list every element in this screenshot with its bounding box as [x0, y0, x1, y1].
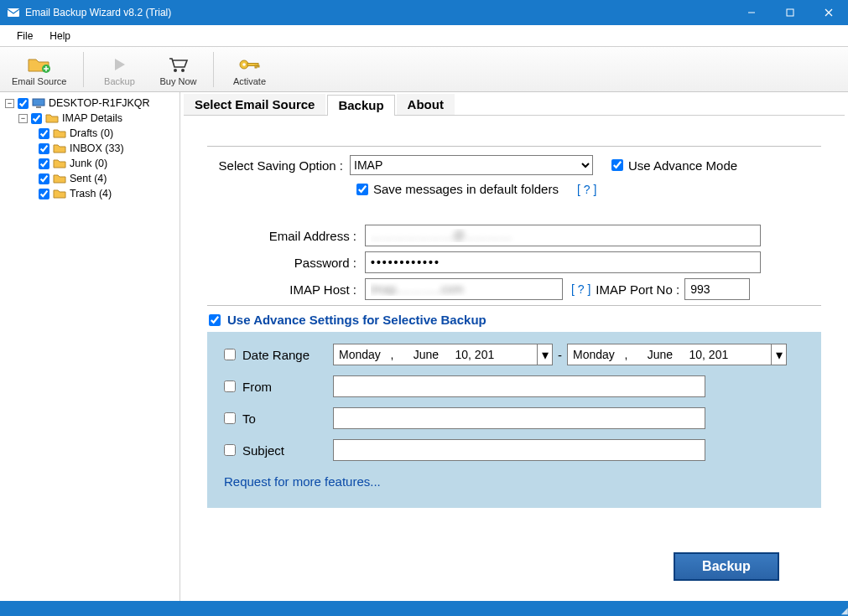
advance-settings-checkbox[interactable] — [209, 314, 221, 326]
password-label: Password : — [207, 256, 365, 270]
toolbar-email-source-label: Email Source — [12, 76, 66, 86]
folder-icon — [53, 142, 66, 154]
tab-about[interactable]: About — [397, 94, 455, 115]
tree-folder-checkbox[interactable] — [39, 143, 49, 154]
from-label: From — [242, 380, 272, 394]
svg-rect-2 — [787, 9, 793, 16]
tree-folder-checkbox[interactable] — [39, 158, 49, 169]
folder-icon — [53, 188, 66, 199]
menu-file[interactable]: File — [8, 27, 41, 45]
tree-folder-drafts[interactable]: Drafts (0) — [2, 126, 178, 141]
tree-root-label: DESKTOP-R1FJKQR — [49, 97, 150, 109]
tree-root[interactable]: − DESKTOP-R1FJKQR — [2, 96, 178, 111]
tree-folder-checkbox[interactable] — [39, 128, 49, 139]
play-icon — [110, 53, 128, 76]
advance-panel: Date Range ▾ - ▾ From — [207, 332, 821, 508]
request-features-link[interactable]: Request for more features... — [224, 474, 381, 489]
folder-icon — [53, 127, 66, 139]
cart-icon — [167, 53, 189, 76]
collapse-icon[interactable]: − — [18, 114, 28, 123]
save-default-checkbox[interactable]: Save messages in default folders — [356, 182, 559, 196]
chevron-down-icon[interactable]: ▾ — [772, 344, 787, 365]
tree-folder-junk[interactable]: Junk (0) — [2, 156, 178, 171]
subject-input[interactable] — [333, 439, 705, 461]
tree-root-checkbox[interactable] — [18, 98, 29, 109]
tree-folder-label: Junk (0) — [70, 158, 107, 169]
tree-folder-checkbox[interactable] — [39, 173, 49, 184]
tree-folder-label: Drafts (0) — [70, 127, 113, 139]
svg-rect-15 — [33, 99, 44, 106]
tree-imap-details[interactable]: − IMAP Details — [2, 111, 178, 126]
form-divider — [207, 146, 821, 147]
menubar: File Help — [0, 25, 848, 47]
from-input[interactable] — [333, 375, 705, 397]
tree-folder-inbox[interactable]: INBOX (33) — [2, 141, 178, 156]
imap-port-label: IMAP Port No : — [596, 282, 679, 297]
chevron-down-icon[interactable]: ▾ — [538, 344, 553, 365]
toolbar-activate[interactable]: Activate — [226, 51, 273, 88]
toolbar-separator — [213, 52, 214, 87]
svg-point-8 — [174, 69, 177, 72]
svg-point-9 — [181, 69, 185, 72]
subject-label: Subject — [242, 443, 284, 458]
to-checkbox[interactable]: To — [224, 412, 333, 426]
window-title: Email Backup Wizard v8.2 (Trial) — [25, 7, 732, 18]
svg-rect-14 — [258, 65, 259, 67]
email-address-input[interactable] — [365, 225, 761, 246]
menu-help[interactable]: Help — [41, 27, 79, 45]
toolbar-backup[interactable]: Backup — [96, 51, 143, 88]
password-input[interactable] — [365, 251, 761, 273]
imap-host-help-link[interactable]: [ ? ] — [571, 282, 590, 296]
tree-folder-sent[interactable]: Sent (4) — [2, 171, 178, 186]
saving-option-label: Select Saving Option : — [207, 158, 350, 173]
tab-select-source[interactable]: Select Email Source — [184, 94, 325, 115]
tab-strip: Select Email Source Backup About — [184, 94, 845, 116]
date-range-to-input[interactable] — [567, 344, 772, 365]
use-advance-mode-checkbox[interactable]: Use Advance Mode — [611, 158, 737, 173]
saving-option-select[interactable]: IMAP — [350, 155, 593, 175]
folder-tree: − DESKTOP-R1FJKQR − IMAP Details Drafts … — [0, 92, 180, 601]
subject-checkbox[interactable]: Subject — [224, 443, 333, 458]
folder-icon — [45, 112, 59, 124]
save-default-label: Save messages in default folders — [373, 182, 559, 196]
toolbar-backup-label: Backup — [104, 76, 135, 86]
tab-backup[interactable]: Backup — [327, 95, 394, 116]
to-label: To — [242, 412, 256, 426]
date-range-from-input[interactable] — [333, 344, 538, 365]
date-range-separator: - — [558, 348, 562, 362]
folder-icon — [53, 158, 66, 169]
collapse-icon[interactable]: − — [5, 99, 14, 108]
statusbar: ◢ — [0, 601, 848, 616]
from-checkbox[interactable]: From — [224, 380, 333, 394]
maximize-button[interactable] — [771, 0, 809, 25]
folder-add-icon — [27, 53, 52, 76]
email-address-label: Email Address : — [207, 229, 365, 243]
imap-host-input[interactable] — [365, 278, 563, 300]
computer-icon — [32, 97, 45, 109]
backup-button[interactable]: Backup — [674, 552, 779, 581]
svg-rect-13 — [255, 65, 257, 68]
date-range-checkbox[interactable]: Date Range — [224, 348, 333, 362]
app-icon — [7, 6, 20, 19]
imap-port-input[interactable] — [684, 278, 750, 300]
minimize-button[interactable] — [732, 0, 771, 25]
tree-imap-checkbox[interactable] — [31, 113, 42, 124]
svg-point-11 — [243, 63, 247, 66]
toolbar-separator — [83, 52, 84, 87]
svg-rect-16 — [36, 106, 41, 108]
content-pane: Select Email Source Backup About Select … — [180, 92, 848, 601]
imap-host-label: IMAP Host : — [207, 282, 365, 297]
toolbar-email-source[interactable]: Email Source — [7, 51, 71, 88]
close-button[interactable] — [809, 0, 848, 25]
svg-rect-0 — [8, 8, 19, 17]
to-input[interactable] — [333, 407, 705, 429]
toolbar-buy-now[interactable]: Buy Now — [154, 51, 201, 88]
resize-grip-icon[interactable]: ◢ — [841, 606, 846, 615]
tree-folder-checkbox[interactable] — [39, 189, 49, 199]
tree-folder-label: INBOX (33) — [70, 142, 124, 154]
tree-folder-trash[interactable]: Trash (4) — [2, 186, 178, 201]
toolbar-buy-now-label: Buy Now — [159, 76, 196, 86]
toolbar: Email Source Backup Buy Now Activate — [0, 47, 848, 92]
save-default-help-link[interactable]: [ ? ] — [577, 183, 596, 196]
use-advance-mode-label: Use Advance Mode — [628, 158, 737, 173]
